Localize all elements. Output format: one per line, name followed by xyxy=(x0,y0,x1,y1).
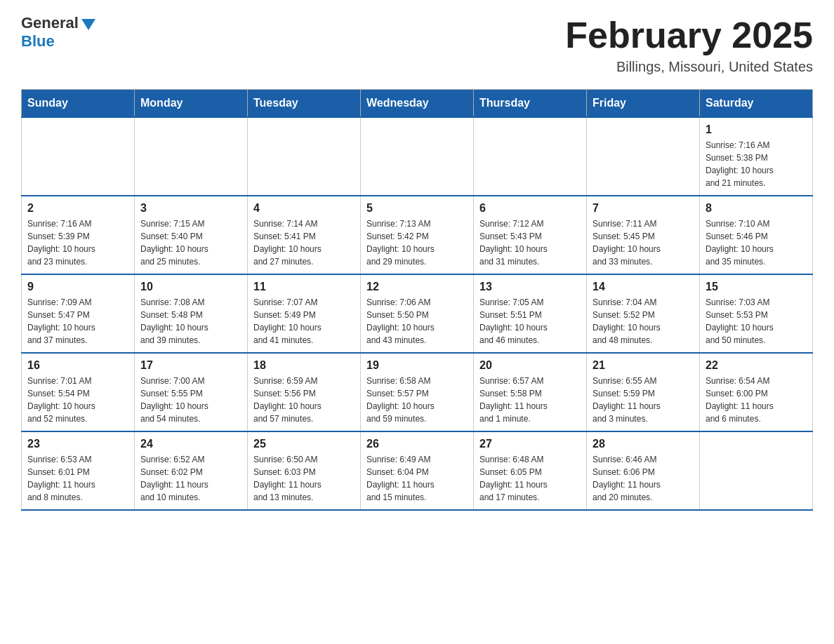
header-tuesday: Tuesday xyxy=(248,90,361,118)
day-number: 2 xyxy=(27,202,128,215)
day-info: Sunrise: 6:46 AM Sunset: 6:06 PM Dayligh… xyxy=(593,453,694,504)
calendar-week-3: 9Sunrise: 7:09 AM Sunset: 5:47 PM Daylig… xyxy=(22,274,813,353)
month-title: February 2025 xyxy=(565,14,813,56)
day-number: 12 xyxy=(366,281,468,293)
day-info: Sunrise: 6:49 AM Sunset: 6:04 PM Dayligh… xyxy=(366,453,468,504)
day-info: Sunrise: 6:50 AM Sunset: 6:03 PM Dayligh… xyxy=(253,453,355,504)
table-row: 4Sunrise: 7:14 AM Sunset: 5:41 PM Daylig… xyxy=(248,196,361,274)
day-info: Sunrise: 7:15 AM Sunset: 5:40 PM Dayligh… xyxy=(140,217,241,268)
table-row: 10Sunrise: 7:08 AM Sunset: 5:48 PM Dayli… xyxy=(135,274,248,353)
table-row: 24Sunrise: 6:52 AM Sunset: 6:02 PM Dayli… xyxy=(135,431,248,510)
header-sunday: Sunday xyxy=(22,90,135,118)
title-area: February 2025 Billings, Missouri, United… xyxy=(565,14,813,75)
table-row: 26Sunrise: 6:49 AM Sunset: 6:04 PM Dayli… xyxy=(361,431,474,510)
table-row: 3Sunrise: 7:15 AM Sunset: 5:40 PM Daylig… xyxy=(135,196,248,274)
day-number: 23 xyxy=(27,438,128,450)
table-row: 9Sunrise: 7:09 AM Sunset: 5:47 PM Daylig… xyxy=(22,274,135,353)
day-number: 26 xyxy=(366,438,468,450)
table-row: 18Sunrise: 6:59 AM Sunset: 5:56 PM Dayli… xyxy=(248,353,361,431)
day-number: 13 xyxy=(479,281,581,293)
day-info: Sunrise: 7:16 AM Sunset: 5:39 PM Dayligh… xyxy=(27,217,128,268)
logo-general-text: General xyxy=(21,14,79,32)
location-text: Billings, Missouri, United States xyxy=(565,59,813,75)
calendar-week-4: 16Sunrise: 7:01 AM Sunset: 5:54 PM Dayli… xyxy=(22,353,813,431)
table-row: 28Sunrise: 6:46 AM Sunset: 6:06 PM Dayli… xyxy=(587,431,700,510)
day-number: 18 xyxy=(253,359,355,372)
table-row: 21Sunrise: 6:55 AM Sunset: 5:59 PM Dayli… xyxy=(587,353,700,431)
day-number: 8 xyxy=(706,202,807,215)
table-row xyxy=(587,117,700,196)
day-info: Sunrise: 7:03 AM Sunset: 5:53 PM Dayligh… xyxy=(706,296,807,347)
day-info: Sunrise: 6:48 AM Sunset: 6:05 PM Dayligh… xyxy=(479,453,581,504)
day-info: Sunrise: 7:00 AM Sunset: 5:55 PM Dayligh… xyxy=(140,375,241,425)
day-number: 14 xyxy=(593,281,694,293)
table-row: 14Sunrise: 7:04 AM Sunset: 5:52 PM Dayli… xyxy=(587,274,700,353)
day-number: 1 xyxy=(706,123,807,136)
day-info: Sunrise: 7:10 AM Sunset: 5:46 PM Dayligh… xyxy=(706,217,807,268)
day-info: Sunrise: 7:07 AM Sunset: 5:49 PM Dayligh… xyxy=(253,296,355,347)
day-number: 3 xyxy=(140,202,241,215)
calendar-header-row: Sunday Monday Tuesday Wednesday Thursday… xyxy=(22,90,813,118)
day-info: Sunrise: 7:13 AM Sunset: 5:42 PM Dayligh… xyxy=(366,217,468,268)
day-info: Sunrise: 7:14 AM Sunset: 5:41 PM Dayligh… xyxy=(253,217,355,268)
table-row: 19Sunrise: 6:58 AM Sunset: 5:57 PM Dayli… xyxy=(361,353,474,431)
table-row: 17Sunrise: 7:00 AM Sunset: 5:55 PM Dayli… xyxy=(135,353,248,431)
day-info: Sunrise: 6:55 AM Sunset: 5:59 PM Dayligh… xyxy=(593,375,694,425)
day-number: 6 xyxy=(479,202,581,215)
day-info: Sunrise: 6:58 AM Sunset: 5:57 PM Dayligh… xyxy=(366,375,468,425)
calendar-week-2: 2Sunrise: 7:16 AM Sunset: 5:39 PM Daylig… xyxy=(22,196,813,274)
day-number: 16 xyxy=(27,359,128,372)
day-info: Sunrise: 6:59 AM Sunset: 5:56 PM Dayligh… xyxy=(253,375,355,425)
table-row: 23Sunrise: 6:53 AM Sunset: 6:01 PM Dayli… xyxy=(22,431,135,510)
day-info: Sunrise: 6:52 AM Sunset: 6:02 PM Dayligh… xyxy=(140,453,241,504)
day-number: 9 xyxy=(27,281,128,293)
day-number: 22 xyxy=(706,359,807,372)
table-row: 11Sunrise: 7:07 AM Sunset: 5:49 PM Dayli… xyxy=(248,274,361,353)
header-saturday: Saturday xyxy=(700,90,813,118)
table-row: 22Sunrise: 6:54 AM Sunset: 6:00 PM Dayli… xyxy=(700,353,813,431)
day-number: 21 xyxy=(593,359,694,372)
table-row: 15Sunrise: 7:03 AM Sunset: 5:53 PM Dayli… xyxy=(700,274,813,353)
day-number: 17 xyxy=(140,359,241,372)
day-number: 27 xyxy=(479,438,581,450)
header-friday: Friday xyxy=(587,90,700,118)
day-info: Sunrise: 7:05 AM Sunset: 5:51 PM Dayligh… xyxy=(479,296,581,347)
day-number: 15 xyxy=(706,281,807,293)
table-row: 27Sunrise: 6:48 AM Sunset: 6:05 PM Dayli… xyxy=(474,431,587,510)
table-row: 2Sunrise: 7:16 AM Sunset: 5:39 PM Daylig… xyxy=(22,196,135,274)
day-info: Sunrise: 7:04 AM Sunset: 5:52 PM Dayligh… xyxy=(593,296,694,347)
table-row: 1Sunrise: 7:16 AM Sunset: 5:38 PM Daylig… xyxy=(700,117,813,196)
logo-blue-text: Blue xyxy=(21,32,55,51)
header-thursday: Thursday xyxy=(474,90,587,118)
table-row xyxy=(135,117,248,196)
day-info: Sunrise: 6:53 AM Sunset: 6:01 PM Dayligh… xyxy=(27,453,128,504)
page-header: General Blue February 2025 Billings, Mis… xyxy=(21,14,813,75)
table-row: 6Sunrise: 7:12 AM Sunset: 5:43 PM Daylig… xyxy=(474,196,587,274)
table-row xyxy=(22,117,135,196)
day-number: 24 xyxy=(140,438,241,450)
table-row xyxy=(474,117,587,196)
logo: General Blue xyxy=(21,14,95,51)
day-info: Sunrise: 7:09 AM Sunset: 5:47 PM Dayligh… xyxy=(27,296,128,347)
table-row: 13Sunrise: 7:05 AM Sunset: 5:51 PM Dayli… xyxy=(474,274,587,353)
table-row: 8Sunrise: 7:10 AM Sunset: 5:46 PM Daylig… xyxy=(700,196,813,274)
day-info: Sunrise: 6:54 AM Sunset: 6:00 PM Dayligh… xyxy=(706,375,807,425)
header-monday: Monday xyxy=(135,90,248,118)
day-number: 11 xyxy=(253,281,355,293)
day-info: Sunrise: 7:11 AM Sunset: 5:45 PM Dayligh… xyxy=(593,217,694,268)
day-number: 20 xyxy=(479,359,581,372)
table-row: 7Sunrise: 7:11 AM Sunset: 5:45 PM Daylig… xyxy=(587,196,700,274)
day-info: Sunrise: 7:12 AM Sunset: 5:43 PM Dayligh… xyxy=(479,217,581,268)
table-row xyxy=(700,431,813,510)
table-row xyxy=(248,117,361,196)
table-row: 25Sunrise: 6:50 AM Sunset: 6:03 PM Dayli… xyxy=(248,431,361,510)
day-number: 19 xyxy=(366,359,468,372)
day-number: 25 xyxy=(253,438,355,450)
day-info: Sunrise: 6:57 AM Sunset: 5:58 PM Dayligh… xyxy=(479,375,581,425)
table-row: 12Sunrise: 7:06 AM Sunset: 5:50 PM Dayli… xyxy=(361,274,474,353)
day-info: Sunrise: 7:01 AM Sunset: 5:54 PM Dayligh… xyxy=(27,375,128,425)
table-row: 16Sunrise: 7:01 AM Sunset: 5:54 PM Dayli… xyxy=(22,353,135,431)
day-info: Sunrise: 7:06 AM Sunset: 5:50 PM Dayligh… xyxy=(366,296,468,347)
day-info: Sunrise: 7:16 AM Sunset: 5:38 PM Dayligh… xyxy=(706,139,807,189)
logo-arrow-icon xyxy=(81,19,95,30)
